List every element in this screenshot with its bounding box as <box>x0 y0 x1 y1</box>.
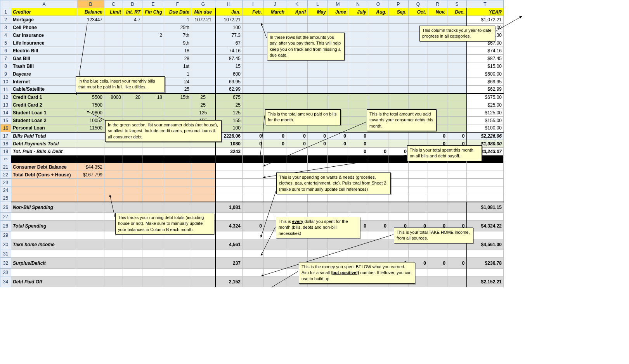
cell-I34[interactable] <box>243 276 264 287</box>
header-K[interactable]: April <box>286 8 308 16</box>
cell-G8[interactable] <box>191 62 215 70</box>
header-H[interactable]: Jan. <box>215 8 243 16</box>
cell-I24[interactable] <box>243 186 264 194</box>
cell-D2[interactable]: 4.7 <box>123 16 142 24</box>
cell-D13[interactable] <box>123 101 142 109</box>
cell-J30[interactable] <box>264 239 286 250</box>
cell-M2[interactable] <box>328 16 348 24</box>
cell-I22[interactable] <box>243 171 264 179</box>
cell-D24[interactable] <box>123 186 142 194</box>
cell-L18[interactable]: 0 <box>308 140 328 148</box>
cell-H32[interactable]: 237 <box>215 258 243 269</box>
cell-N14[interactable] <box>348 109 368 117</box>
cell-A23[interactable] <box>11 179 77 186</box>
row-header-9[interactable]: 9 <box>0 70 11 78</box>
cell-M18[interactable]: 0 <box>328 140 348 148</box>
cell-S31[interactable] <box>447 250 467 258</box>
cell-C13[interactable] <box>104 101 123 109</box>
cell-G30[interactable] <box>191 239 215 250</box>
cell-P2[interactable] <box>388 16 409 24</box>
col-header-E[interactable]: E <box>142 0 164 8</box>
cell-E14[interactable] <box>142 109 164 117</box>
cell-A3[interactable]: Cell Phone <box>11 24 77 31</box>
cell-P10[interactable] <box>388 78 409 86</box>
row-header-13[interactable]: 13 <box>0 101 11 109</box>
cell-B12[interactable]: 5500 <box>77 93 104 101</box>
cell-F7[interactable]: 28 <box>164 55 191 62</box>
cell-O27[interactable] <box>368 213 388 221</box>
cell-R25[interactable] <box>428 194 447 202</box>
cell-A31[interactable] <box>11 250 77 258</box>
cell-K11[interactable] <box>286 86 308 93</box>
cell-T13[interactable]: $25.00 <box>467 101 504 109</box>
cell-I19[interactable] <box>243 148 264 155</box>
cell-E12[interactable]: 18 <box>142 93 164 101</box>
cell-N20[interactable] <box>348 155 368 163</box>
cell-F8[interactable]: 1st <box>164 62 191 70</box>
row-header-33[interactable]: 33 <box>0 269 11 276</box>
col-header-A[interactable]: A <box>11 0 77 8</box>
cell-P19[interactable]: 0 <box>388 148 409 155</box>
cell-S12[interactable] <box>447 93 467 101</box>
row-header-14[interactable]: 14 <box>0 109 11 117</box>
cell-I4[interactable] <box>243 31 264 39</box>
cell-S21[interactable] <box>447 163 467 171</box>
cell-E34[interactable] <box>142 276 164 287</box>
cell-G14[interactable]: 125 <box>191 109 215 117</box>
cell-L12[interactable] <box>308 93 328 101</box>
cell-I21[interactable] <box>243 163 264 171</box>
cell-D4[interactable] <box>123 31 142 39</box>
cell-L2[interactable] <box>308 16 328 24</box>
header-M[interactable]: June <box>328 8 348 16</box>
cell-I2[interactable] <box>243 16 264 24</box>
cell-P12[interactable] <box>388 93 409 101</box>
cell-A25[interactable] <box>11 194 77 202</box>
cell-Q17[interactable] <box>409 132 428 140</box>
cell-B34[interactable] <box>77 276 104 287</box>
cell-F9[interactable]: 1 <box>164 70 191 78</box>
header-T[interactable]: YEAR <box>467 8 504 16</box>
cell-F30[interactable] <box>164 239 191 250</box>
cell-A5[interactable]: Life Insurance <box>11 39 77 47</box>
cell-P5[interactable] <box>388 39 409 47</box>
cell-G19[interactable] <box>191 148 215 155</box>
cell-I9[interactable] <box>243 70 264 78</box>
header-N[interactable]: July <box>348 8 368 16</box>
cell-F33[interactable] <box>164 269 191 276</box>
cell-T16[interactable]: $100.00 <box>467 124 504 132</box>
cell-S26[interactable] <box>447 202 467 213</box>
cell-O9[interactable] <box>368 70 388 78</box>
cell-D12[interactable]: 20 <box>123 93 142 101</box>
cell-R6[interactable] <box>428 47 447 55</box>
cell-L9[interactable] <box>308 70 328 78</box>
cell-P26[interactable] <box>388 202 409 213</box>
cell-H5[interactable]: 67 <box>215 39 243 47</box>
cell-H27[interactable] <box>215 213 243 221</box>
cell-H9[interactable]: 600 <box>215 70 243 78</box>
col-header-M[interactable]: M <box>328 0 348 8</box>
cell-R11[interactable] <box>428 86 447 93</box>
cell-A12[interactable]: Credit Card 1 <box>11 93 77 101</box>
cell-I16[interactable] <box>243 124 264 132</box>
cell-P25[interactable] <box>388 194 409 202</box>
cell-Q13[interactable] <box>409 101 428 109</box>
cell-P13[interactable] <box>388 101 409 109</box>
cell-H13[interactable]: 25 <box>215 101 243 109</box>
header-E[interactable]: Fin Chg <box>142 8 164 16</box>
col-header-L[interactable]: L <box>308 0 328 8</box>
cell-I18[interactable]: 0 <box>243 140 264 148</box>
header-B[interactable]: Balance <box>77 8 104 16</box>
cell-T9[interactable]: $600.00 <box>467 70 504 78</box>
cell-A17[interactable]: Bills Paid Total <box>11 132 77 140</box>
cell-P24[interactable] <box>388 186 409 194</box>
cell-G12[interactable]: 25 <box>191 93 215 101</box>
cell-M13[interactable] <box>328 101 348 109</box>
cell-J31[interactable] <box>264 250 286 258</box>
row-header-10[interactable]: 10 <box>0 78 11 86</box>
cell-N3[interactable] <box>348 24 368 31</box>
cell-F10[interactable]: 24 <box>164 78 191 86</box>
cell-A13[interactable]: Credit Card 2 <box>11 101 77 109</box>
cell-K9[interactable] <box>286 70 308 78</box>
cell-M31[interactable] <box>328 250 348 258</box>
cell-T24[interactable] <box>467 186 504 194</box>
